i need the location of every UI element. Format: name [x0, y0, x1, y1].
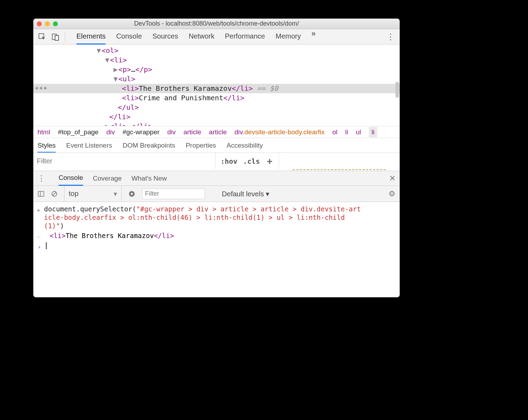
- result-close-tag: </li>: [154, 232, 174, 239]
- inspect-element-icon[interactable]: [38, 33, 46, 41]
- styles-toolbar: :hov .cls +: [33, 153, 400, 169]
- subtab-event-listeners[interactable]: Event Listeners: [66, 142, 112, 149]
- separator: [65, 32, 65, 41]
- breadcrumb-item[interactable]: #gc-wrapper: [122, 128, 160, 136]
- drawer-tabs: ⋮ Console Coverage What's New ✕: [33, 171, 400, 186]
- result-open-tag: <li>: [49, 232, 66, 239]
- drawer-tab-coverage[interactable]: Coverage: [93, 175, 122, 182]
- cls-toggle[interactable]: .cls: [243, 157, 260, 165]
- device-toolbar-icon[interactable]: [52, 33, 59, 41]
- svg-rect-2: [55, 35, 59, 40]
- dom-node[interactable]: ▼<ul>: [33, 74, 400, 84]
- hov-toggle[interactable]: :hov: [221, 157, 237, 165]
- console-code: document.querySelector(: [44, 205, 136, 213]
- tabs-overflow-icon[interactable]: »: [311, 29, 316, 45]
- drawer-close-icon[interactable]: ✕: [389, 174, 395, 183]
- console-context-value: top: [69, 190, 79, 198]
- breadcrumb-item[interactable]: li: [345, 128, 348, 136]
- console-output[interactable]: ▶ document.querySelector("#gc-wrapper > …: [33, 202, 400, 297]
- console-filter-input[interactable]: [142, 189, 205, 199]
- svg-point-9: [131, 193, 133, 195]
- styles-filter-input[interactable]: [33, 153, 216, 169]
- dom-node[interactable]: ▼<ol>: [33, 46, 400, 55]
- tab-performance[interactable]: Performance: [225, 29, 265, 45]
- result-text: The Brothers Karamazov: [66, 232, 154, 239]
- breadcrumb-item[interactable]: div: [167, 128, 176, 136]
- subtab-properties[interactable]: Properties: [186, 142, 216, 149]
- text-cursor: [46, 242, 47, 249]
- console-input-row: ▶ document.querySelector("#gc-wrapper > …: [38, 204, 395, 231]
- dom-node[interactable]: <li>Crime and Punishment</li>: [33, 93, 400, 103]
- console-prompt-row[interactable]: ›: [38, 242, 395, 252]
- breadcrumb-item[interactable]: li: [369, 127, 377, 137]
- dom-node[interactable]: </ul>: [33, 103, 400, 112]
- elements-side-tabs: Styles Event Listeners DOM Breakpoints P…: [33, 138, 400, 153]
- dom-breadcrumb: html#top_of_pagediv#gc-wrapperdivarticle…: [33, 126, 400, 138]
- clear-console-icon[interactable]: [51, 190, 58, 197]
- new-style-rule-icon[interactable]: +: [265, 156, 274, 167]
- dom-node[interactable]: ▶<p>…</p>: [33, 65, 400, 74]
- dom-node[interactable]: ••• <li>The Brothers Karamazov</li> == $…: [33, 84, 400, 93]
- dom-node[interactable]: ▼<li>: [33, 55, 400, 65]
- devtools-window: DevTools - localhost:8080/web/tools/chro…: [33, 19, 400, 297]
- console-settings-icon[interactable]: ⚙: [388, 189, 395, 198]
- console-sidebar-toggle-icon[interactable]: [38, 190, 45, 197]
- console-toolbar: top ▾ Default levels ▾ ⚙: [33, 186, 400, 202]
- titlebar: DevTools - localhost:8080/web/tools/chro…: [33, 19, 400, 29]
- breadcrumb-item[interactable]: article: [183, 128, 201, 136]
- console-levels-select[interactable]: Default levels ▾: [222, 190, 270, 198]
- subtab-dom-breakpoints[interactable]: DOM Breakpoints: [123, 142, 175, 149]
- tab-sources[interactable]: Sources: [153, 29, 178, 45]
- window-title: DevTools - localhost:8080/web/tools/chro…: [33, 20, 400, 27]
- drawer-menu-icon[interactable]: ⋮: [38, 174, 45, 183]
- breadcrumb-item[interactable]: div: [106, 128, 115, 136]
- console-code-end: ): [60, 222, 64, 230]
- styles-toggles: :hov .cls +: [216, 153, 279, 169]
- breadcrumb-item[interactable]: ul: [356, 128, 361, 136]
- drawer-tab-whatsnew[interactable]: What's New: [131, 175, 167, 182]
- main-tabs: Elements Console Sources Network Perform…: [76, 29, 381, 45]
- drawer: ⋮ Console Coverage What's New ✕ top ▾ De…: [33, 171, 400, 297]
- breadcrumb-item[interactable]: #top_of_page: [58, 128, 99, 136]
- settings-menu-icon[interactable]: ⋮: [386, 33, 395, 41]
- breadcrumb-item[interactable]: div.devsite-article-body.clearfix: [235, 128, 325, 136]
- prompt-caret-icon: ›: [38, 242, 41, 251]
- subtab-styles[interactable]: Styles: [38, 138, 56, 153]
- console-result-row: ⟵ <li>The Brothers Karamazov</li>: [38, 231, 395, 242]
- input-caret-icon: ▶: [38, 205, 40, 214]
- svg-rect-4: [38, 191, 44, 196]
- drawer-tab-console[interactable]: Console: [59, 171, 83, 186]
- console-context-select[interactable]: top ▾: [64, 186, 122, 202]
- dom-node[interactable]: ▶<li>…</li>: [33, 122, 400, 126]
- output-caret-icon: ⟵: [38, 231, 40, 241]
- dom-node[interactable]: </li>: [33, 112, 400, 122]
- main-toolbar: Elements Console Sources Network Perform…: [33, 29, 400, 45]
- tab-memory[interactable]: Memory: [276, 29, 301, 45]
- breadcrumb-item[interactable]: ol: [332, 128, 338, 136]
- chevron-down-icon: ▾: [114, 190, 117, 198]
- tab-console[interactable]: Console: [116, 29, 142, 45]
- breadcrumb-item[interactable]: html: [38, 128, 50, 136]
- tab-elements[interactable]: Elements: [76, 29, 106, 45]
- svg-line-7: [53, 192, 56, 196]
- tab-network[interactable]: Network: [189, 29, 214, 45]
- subtab-accessibility[interactable]: Accessibility: [226, 142, 263, 149]
- breadcrumb-item[interactable]: article: [209, 128, 227, 136]
- live-expression-icon[interactable]: [128, 190, 136, 198]
- scrollbar-thumb[interactable]: [395, 82, 399, 98]
- dom-tree[interactable]: ▼<ol> ▼<li> ▶<p>…</p> ▼<ul>••• <li>The B…: [33, 45, 400, 126]
